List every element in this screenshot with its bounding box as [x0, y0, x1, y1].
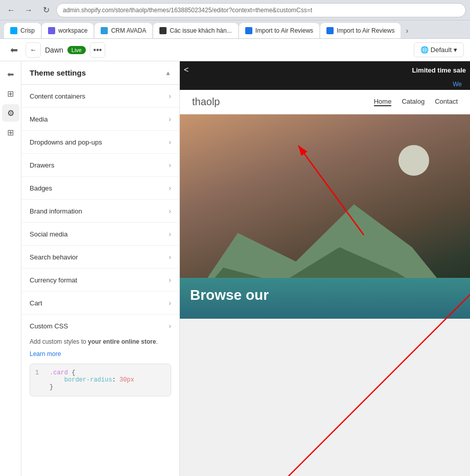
- settings-item-badges[interactable]: Badges ›: [21, 177, 179, 200]
- tab-crisp-label: Crisp: [20, 27, 35, 34]
- drawers-label: Drawers: [30, 161, 54, 169]
- settings-panel: Theme settings ▲ Content containers › Me…: [21, 61, 180, 476]
- learn-more-link[interactable]: Learn more: [30, 350, 171, 358]
- code-line-1: 1 .card {: [35, 369, 166, 376]
- settings-header: Theme settings ▲: [21, 61, 179, 85]
- content-containers-label: Content containers: [30, 92, 85, 100]
- line-number: [35, 384, 43, 391]
- settings-item-media[interactable]: Media ›: [21, 108, 179, 131]
- custom-css-label: Custom CSS: [30, 322, 68, 330]
- address-bar[interactable]: admin.shopify.com/store/thaolp/themes/16…: [56, 3, 466, 17]
- hero-background: Browse our: [180, 114, 470, 319]
- tab-air2-label: Import to Air Reviews: [337, 27, 394, 34]
- browser-forward-button[interactable]: →: [21, 3, 36, 17]
- store-hero-section: Browse our: [180, 114, 470, 319]
- crm-favicon: [101, 27, 108, 34]
- tab-workspace[interactable]: workspace: [42, 23, 93, 38]
- cart-label: Cart: [30, 299, 42, 307]
- browser-refresh-button[interactable]: ↻: [39, 3, 53, 17]
- settings-title: Theme settings: [30, 68, 86, 77]
- nav-link-home[interactable]: Home: [374, 98, 392, 106]
- chevron-right-icon: ›: [169, 207, 171, 215]
- settings-item-content-containers[interactable]: Content containers ›: [21, 85, 179, 108]
- sidebar-icon-sections[interactable]: ⊞: [2, 85, 19, 102]
- tab-air2[interactable]: Import to Air Reviews: [320, 23, 401, 38]
- live-badge: Live: [67, 46, 86, 54]
- settings-item-cart[interactable]: Cart ›: [21, 292, 179, 315]
- notion-favicon: [159, 27, 167, 34]
- tab-notion[interactable]: Các issue khách hàn...: [153, 23, 238, 38]
- default-label: Default: [431, 46, 452, 54]
- description-text-1: Add custom styles to: [30, 338, 88, 345]
- social-media-label: Social media: [30, 230, 67, 238]
- settings-item-brand-information[interactable]: Brand information ›: [21, 200, 179, 223]
- chevron-right-icon: ›: [169, 161, 171, 169]
- code-line-2: border-radius: 30px: [35, 376, 166, 384]
- browser-back-button[interactable]: ←: [4, 3, 18, 17]
- store-logo: thaolp: [192, 96, 220, 108]
- chevron-up-icon: ›: [169, 322, 171, 330]
- browser-chrome: ← → ↻ admin.shopify.com/store/thaolp/the…: [0, 0, 470, 20]
- custom-css-header[interactable]: Custom CSS ›: [21, 315, 179, 337]
- collapse-icon: ▲: [165, 69, 171, 77]
- settings-item-drawers[interactable]: Drawers ›: [21, 154, 179, 177]
- moon-decoration: [398, 145, 429, 176]
- media-label: Media: [30, 115, 48, 123]
- settings-item-search-behavior[interactable]: Search behavior ›: [21, 246, 179, 269]
- air1-favicon: [245, 27, 252, 34]
- store-back-arrow[interactable]: <: [184, 65, 189, 75]
- more-tabs-button[interactable]: ›: [402, 23, 412, 38]
- chevron-down-icon: ▾: [454, 46, 457, 54]
- tab-workspace-label: workspace: [58, 27, 87, 34]
- back-button[interactable]: ←: [26, 42, 41, 58]
- main-layout: ⬅ ⊞ ⚙ ⊞ Theme settings ▲ Content contain…: [0, 61, 470, 476]
- nav-link-contact[interactable]: Contact: [435, 98, 458, 106]
- chevron-right-icon: ›: [169, 115, 171, 123]
- settings-item-social-media[interactable]: Social media ›: [21, 223, 179, 246]
- currency-format-label: Currency format: [30, 276, 77, 284]
- hero-text-content: Browse our: [190, 287, 269, 303]
- badges-label: Badges: [30, 184, 52, 192]
- description-text-bold: your entire online store: [88, 338, 156, 345]
- settings-item-dropdowns[interactable]: Dropdowns and pop-ups ›: [21, 131, 179, 154]
- settings-scroll-area[interactable]: Content containers › Media › Dropdowns a…: [21, 85, 179, 476]
- custom-css-section: Custom CSS › Add custom styles to your e…: [21, 315, 179, 404]
- globe-icon: 🌐: [420, 46, 429, 54]
- chevron-right-icon: ›: [169, 299, 171, 307]
- brand-information-label: Brand information: [30, 207, 82, 215]
- description-text-2: .: [156, 338, 157, 345]
- address-text: admin.shopify.com/store/thaolp/themes/16…: [63, 7, 312, 14]
- dropdowns-label: Dropdowns and pop-ups: [30, 138, 102, 146]
- css-code-editor[interactable]: 1 .card { border-radius: 30px }: [30, 364, 171, 396]
- more-options-button[interactable]: •••: [90, 42, 105, 58]
- store-nav: thaolp Home Catalog Contact: [180, 90, 470, 114]
- app-bar: ⬅ ← Dawn Live ••• 🌐 Default ▾: [0, 39, 470, 61]
- sidebar-icon-settings[interactable]: ⚙: [2, 104, 19, 122]
- app-bar-left: ⬅ ← Dawn Live •••: [6, 42, 105, 58]
- nav-link-catalog[interactable]: Catalog: [402, 98, 425, 106]
- tab-crisp[interactable]: Crisp: [4, 23, 41, 38]
- code-brace-close: }: [50, 384, 53, 391]
- exit-editor-button[interactable]: ⬅: [6, 42, 21, 58]
- icon-sidebar: ⬅ ⊞ ⚙ ⊞: [0, 61, 21, 476]
- tab-crm[interactable]: CRM AVADA: [95, 23, 152, 38]
- sidebar-icon-exit[interactable]: ⬅: [2, 65, 19, 83]
- tab-air1[interactable]: Import to Air Reviews: [239, 23, 319, 38]
- preview-content: < Limited time sale We thaolp Home Catal…: [180, 61, 470, 476]
- line-number: [35, 376, 43, 384]
- search-behavior-label: Search behavior: [30, 253, 78, 261]
- chevron-right-icon: ›: [169, 276, 171, 284]
- theme-name-label: Dawn: [45, 46, 63, 54]
- default-dropdown-button[interactable]: 🌐 Default ▾: [414, 42, 464, 57]
- tabs-bar: Crisp workspace CRM AVADA Các issue khác…: [0, 20, 470, 39]
- line-number: 1: [35, 369, 43, 376]
- sidebar-icon-apps[interactable]: ⊞: [2, 124, 19, 141]
- tab-air1-label: Import to Air Reviews: [255, 27, 313, 34]
- code-line-3: }: [35, 384, 166, 391]
- tab-notion-label: Các issue khách hàn...: [170, 27, 231, 34]
- settings-item-currency-format[interactable]: Currency format ›: [21, 269, 179, 292]
- preview-area: < Limited time sale We thaolp Home Catal…: [180, 61, 470, 476]
- store-announcement-bar: < Limited time sale: [180, 61, 470, 79]
- custom-css-content: Add custom styles to your entire online …: [21, 337, 179, 404]
- welcome-text: We: [453, 81, 462, 88]
